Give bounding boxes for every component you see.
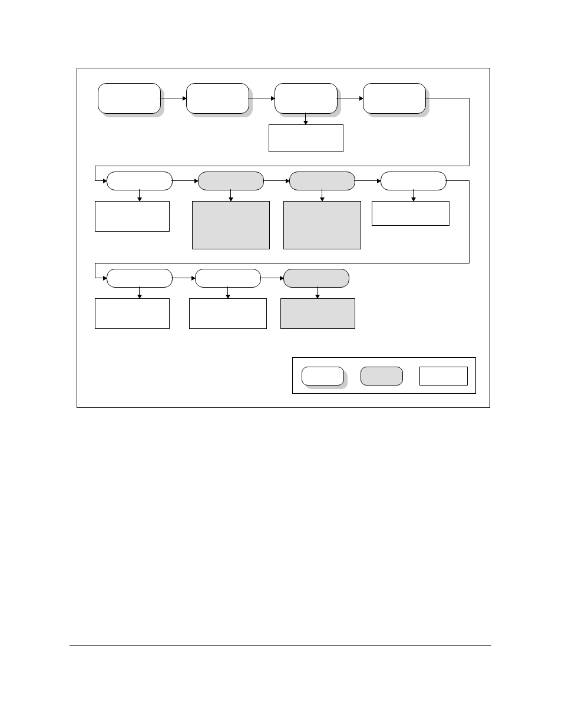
row2-node-2 — [198, 172, 264, 190]
wrap2-h-top — [445, 180, 469, 181]
arrow-r1-1-2 — [160, 98, 186, 98]
row3-node-3 — [283, 269, 349, 288]
wrap1-v-right — [469, 98, 470, 166]
legend-box — [292, 357, 476, 394]
row2-node-1 — [107, 172, 173, 190]
arrow-r2-n3-down — [322, 189, 322, 201]
wrap2-v-right — [469, 180, 470, 263]
arrow-r3-1-2 — [171, 278, 195, 278]
row3-square-1 — [95, 298, 170, 329]
row3-square-3 — [280, 298, 355, 329]
arrow-r3-2-3 — [260, 278, 283, 278]
wrap1-v-left — [95, 166, 95, 180]
page — [0, 0, 562, 728]
wrap2-arrow-in — [95, 278, 107, 278]
arrow-r3-n3-down — [317, 286, 318, 298]
row1-node-2 — [186, 83, 249, 114]
row2-square-4 — [372, 201, 449, 226]
arrow-r2-n1-down — [139, 189, 140, 201]
row3-node-2 — [195, 269, 261, 288]
arrow-r2-3-4 — [354, 180, 381, 181]
row1-node-1 — [98, 83, 161, 114]
wrap1-arrow-in — [95, 180, 107, 181]
arrow-r2-2-3 — [263, 180, 289, 181]
legend-rounded-gray — [361, 367, 403, 386]
wrap2-v-left — [95, 263, 95, 278]
row2-square-1 — [95, 201, 170, 232]
wrap1-h-top — [425, 98, 469, 98]
row2-node-3 — [289, 172, 355, 190]
arrow-r2-1-2 — [171, 180, 198, 181]
row3-square-2 — [189, 298, 267, 329]
arrow-r2-n2-down — [230, 189, 231, 201]
arrow-r2-n4-down — [413, 189, 414, 201]
row2-node-4 — [381, 172, 447, 190]
wrap2-h-bottom — [95, 263, 470, 263]
diagram-frame — [77, 68, 490, 408]
footer-rule — [70, 645, 491, 646]
row1-node-4 — [363, 83, 426, 114]
arrow-r1-3-4 — [336, 98, 363, 98]
row1-node-3 — [275, 83, 338, 114]
arrow-r1-2-3 — [248, 98, 275, 98]
row3-node-1 — [107, 269, 173, 288]
row1-square-below-n3 — [269, 124, 343, 152]
arrow-r1-n3-down — [305, 113, 306, 124]
row2-square-3 — [283, 201, 361, 249]
wrap1-h-bottom — [95, 166, 470, 166]
row2-square-2 — [192, 201, 270, 249]
legend-square — [419, 367, 468, 386]
legend-rounded-shadow — [302, 367, 344, 386]
arrow-r3-n1-down — [139, 286, 140, 298]
arrow-r3-n2-down — [227, 286, 228, 298]
